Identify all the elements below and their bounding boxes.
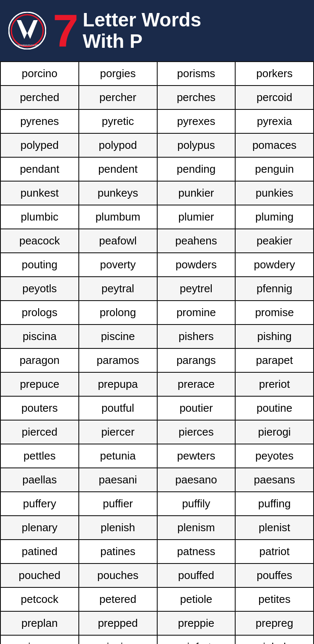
word-cell: puffier — [79, 492, 157, 516]
word-cell: paellas — [0, 468, 79, 492]
logo: GRAMMARVOCAB — [8, 12, 46, 49]
table-row: piercedpiercerpiercespierogi — [0, 420, 314, 444]
word-cell: patines — [79, 540, 157, 564]
word-cell: paesani — [79, 468, 157, 492]
word-cell: pouffes — [235, 564, 314, 587]
word-cell: plumbum — [79, 205, 157, 229]
word-cell: parangs — [157, 348, 236, 372]
word-cell: pendant — [0, 157, 79, 181]
word-cell: punkeys — [79, 181, 157, 205]
word-cell: piecers — [0, 635, 79, 644]
word-cell: pierces — [157, 420, 236, 444]
word-cell: pyrenes — [0, 109, 79, 133]
word-cell: prepuce — [0, 372, 79, 396]
word-cell: pouting — [0, 253, 79, 277]
word-cell: peyotls — [0, 277, 79, 301]
word-cell: piehole — [235, 635, 314, 644]
table-row: preplanpreppedpreppieprepreg — [0, 611, 314, 635]
word-cell: pending — [157, 157, 236, 181]
table-row: pouterspoutfulpoutierpoutine — [0, 396, 314, 420]
word-cell: penguin — [235, 157, 314, 181]
word-cell: puffing — [235, 492, 314, 516]
word-cell: plenist — [235, 516, 314, 540]
word-cell: polypus — [157, 133, 236, 157]
word-cell: poutier — [157, 396, 236, 420]
word-cell: preplan — [0, 611, 79, 635]
word-cell: preppie — [157, 611, 236, 635]
word-cell: punkies — [235, 181, 314, 205]
word-cell: petcock — [0, 587, 79, 611]
word-cell: paramos — [79, 348, 157, 372]
word-table: porcinoporgiesporismsporkersperchedperch… — [0, 61, 314, 644]
word-cell: punkest — [0, 181, 79, 205]
word-cell: plenish — [79, 516, 157, 540]
word-cell: peahens — [157, 229, 236, 253]
table-row: pufferypuffierpuffilypuffing — [0, 492, 314, 516]
word-cell: petites — [235, 587, 314, 611]
word-cell: pishers — [157, 325, 236, 348]
word-cell: petiole — [157, 587, 236, 611]
table-row: prologsprolongprominepromise — [0, 301, 314, 325]
table-row: pyrenespyreticpyrexespyrexia — [0, 109, 314, 133]
table-row: plenaryplenishplenismplenist — [0, 516, 314, 540]
word-cell: pouches — [79, 564, 157, 587]
word-cell: peafowl — [79, 229, 157, 253]
table-row: paragonparamosparangsparapet — [0, 348, 314, 372]
word-cell: patriot — [235, 540, 314, 564]
table-row: pettlespetuniapewterspeyotes — [0, 444, 314, 468]
word-cell: puffily — [157, 492, 236, 516]
word-cell: peytrel — [157, 277, 236, 301]
table-row: pendantpendentpendingpenguin — [0, 157, 314, 181]
word-cell: plenary — [0, 516, 79, 540]
word-cell: pfennig — [235, 277, 314, 301]
word-cell: powders — [157, 253, 236, 277]
table-row: punkestpunkeyspunkierpunkies — [0, 181, 314, 205]
word-cell: percher — [79, 86, 157, 109]
table-row: piecerspiecingpiefortpiehole — [0, 635, 314, 644]
table-row: pouchedpouchespouffedpouffes — [0, 564, 314, 587]
word-cell: peacock — [0, 229, 79, 253]
word-cell: piefort — [157, 635, 236, 644]
word-cell: piscine — [79, 325, 157, 348]
table-row: porcinoporgiesporismsporkers — [0, 62, 314, 86]
word-cell: plenism — [157, 516, 236, 540]
word-cell: poutful — [79, 396, 157, 420]
header: GRAMMARVOCAB 7 Letter Words With P — [0, 0, 314, 61]
word-cell: puffery — [0, 492, 79, 516]
table-row: polypedpolypodpolypuspomaces — [0, 133, 314, 157]
word-cell: petunia — [79, 444, 157, 468]
word-cell: pyrexes — [157, 109, 236, 133]
word-cell: paesans — [235, 468, 314, 492]
table-row: poutingpovertypowderspowdery — [0, 253, 314, 277]
word-cell: perched — [0, 86, 79, 109]
word-cell: patness — [157, 540, 236, 564]
word-cell: punkier — [157, 181, 236, 205]
word-cell: porisms — [157, 62, 236, 86]
table-row: peyotlspeytralpeytrelpfennig — [0, 277, 314, 301]
word-cell: pierogi — [235, 420, 314, 444]
word-cell: paesano — [157, 468, 236, 492]
word-cell: porcino — [0, 62, 79, 86]
word-cell: pouched — [0, 564, 79, 587]
title-text: Letter Words With P — [83, 9, 201, 52]
table-row: patinedpatinespatnesspatriot — [0, 540, 314, 564]
table-row: petcockpeteredpetiolepetites — [0, 587, 314, 611]
word-cell: pierced — [0, 420, 79, 444]
word-cell: polyped — [0, 133, 79, 157]
word-cell: pendent — [79, 157, 157, 181]
word-cell: promise — [235, 301, 314, 325]
word-cell: pyretic — [79, 109, 157, 133]
word-cell: prerace — [157, 372, 236, 396]
word-cell: porgies — [79, 62, 157, 86]
word-cell: piecing — [79, 635, 157, 644]
word-cell: perches — [157, 86, 236, 109]
svg-text:GRAMMARVOCAB: GRAMMARVOCAB — [16, 44, 38, 47]
word-cell: poverty — [79, 253, 157, 277]
word-cell: peakier — [235, 229, 314, 253]
title-area: 7 Letter Words With P — [53, 8, 201, 54]
word-cell: powdery — [235, 253, 314, 277]
word-cell: plumier — [157, 205, 236, 229]
word-cell: prologs — [0, 301, 79, 325]
word-cell: preriot — [235, 372, 314, 396]
table-row: plumbicplumbumplumierpluming — [0, 205, 314, 229]
